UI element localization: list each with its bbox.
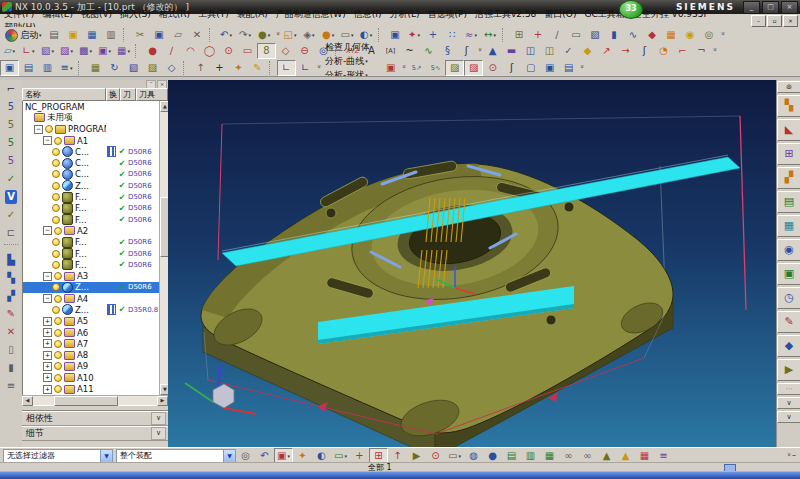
copy-icon[interactable]: ▣: [150, 27, 169, 43]
color-pen-icon[interactable]: ✎: [777, 311, 800, 333]
tree-expander[interactable]: −: [43, 294, 52, 303]
operation-row[interactable]: F...✔D50R6: [23, 214, 161, 225]
snap-plus-icon[interactable]: +: [350, 448, 369, 463]
polygon-icon[interactable]: ◇: [276, 43, 295, 59]
extrude-icon[interactable]: ▧: [586, 27, 605, 43]
pattern-feature-icon[interactable]: ▦: [662, 27, 681, 43]
table-icon[interactable]: ▦: [635, 448, 654, 463]
law-curve-icon[interactable]: ʃ: [457, 43, 476, 59]
deviation-check-icon[interactable]: ✓: [559, 43, 578, 59]
filter-list-icon[interactable]: ≡▾: [57, 60, 76, 76]
select-scope-icon[interactable]: ▣: [0, 60, 19, 76]
cube-corner-icon[interactable]: ▩▾: [76, 43, 95, 59]
selection-scope-dropdown[interactable]: 整个装配 ▼: [116, 449, 236, 463]
tree-horizontal-scrollbar[interactable]: ◀ ▶: [22, 395, 168, 405]
csys-orient-icon[interactable]: ∟: [277, 60, 296, 76]
snap-sparkle-icon[interactable]: ✦: [293, 448, 312, 463]
visibility-lamp-icon[interactable]: [52, 216, 60, 224]
feed-rate-icon[interactable]: ⊙: [483, 60, 502, 76]
part-block-icon[interactable]: ▮: [0, 359, 22, 377]
visibility-lamp-icon[interactable]: [52, 283, 60, 291]
link-a-icon[interactable]: ∞: [559, 448, 578, 463]
wave-link-icon[interactable]: ≈▾: [462, 27, 481, 43]
mdi-minimize-button[interactable]: –: [751, 15, 766, 27]
undo-icon[interactable]: ↶▾: [217, 27, 236, 43]
line-icon[interactable]: ∕: [548, 27, 567, 43]
visibility-lamp-icon[interactable]: [52, 238, 60, 246]
snap-options-icon[interactable]: ▭▾: [331, 448, 350, 463]
dots-more-icon[interactable]: ⋯: [777, 383, 800, 395]
new-file-icon[interactable]: ▤: [45, 27, 64, 43]
visibility-lamp-icon[interactable]: [52, 261, 60, 269]
selbar-overflow[interactable]: »–: [785, 451, 796, 460]
tree-expander[interactable]: −: [43, 272, 52, 281]
menu-item-11[interactable]: 浩强工具v2.58: [471, 9, 540, 19]
refresh-region-icon[interactable]: ▤: [559, 60, 578, 76]
studio-spline-icon[interactable]: ∿: [419, 43, 438, 59]
program-group-row[interactable]: 未用项: [23, 112, 161, 123]
tree-expander[interactable]: +: [43, 328, 52, 337]
scroll-down-icon[interactable]: ∨: [777, 397, 800, 409]
assembly-constraints-icon[interactable]: ✦▾: [405, 27, 424, 43]
snap-center-icon[interactable]: ⊙: [426, 448, 445, 463]
hand-adjust-icon[interactable]: ▶: [777, 359, 800, 381]
visibility-lamp-icon[interactable]: [54, 340, 62, 348]
visibility-lamp-icon[interactable]: [54, 374, 62, 382]
helix-icon[interactable]: §: [438, 43, 457, 59]
details-section[interactable]: 细节 ∨: [22, 426, 168, 441]
datum-tag-icon[interactable]: ◆: [643, 27, 662, 43]
grid-icon[interactable]: ▨: [143, 60, 162, 76]
snap-globe-icon[interactable]: ◍: [464, 448, 483, 463]
pattern-component-icon[interactable]: ∷: [443, 27, 462, 43]
tree-expander[interactable]: +: [43, 373, 52, 382]
operation-row[interactable]: Z...✔D50R6: [23, 282, 161, 293]
layers-icon[interactable]: ▧: [124, 60, 143, 76]
snap-sparkle-icon[interactable]: ✦: [229, 60, 248, 76]
datum-point-icon[interactable]: ▣▾: [95, 43, 114, 59]
snap-dashed-rect-icon[interactable]: ▭▾: [445, 448, 464, 463]
assembly-load-icon[interactable]: ▣: [386, 27, 405, 43]
select-region-icon[interactable]: ▢: [521, 60, 540, 76]
part-tool-icon[interactable]: ◆: [777, 335, 800, 357]
highlight-lines-icon[interactable]: ◆: [578, 43, 597, 59]
stud-icon[interactable]: 8: [257, 43, 276, 59]
tool-preset-icon[interactable]: ▚: [777, 95, 800, 117]
cut-icon[interactable]: ✂: [131, 27, 150, 43]
operation-row[interactable]: F...✔D50R6: [23, 259, 161, 270]
column-name[interactable]: 名称: [22, 88, 106, 101]
stack-icon[interactable]: ≡: [654, 448, 673, 463]
scroll-down2-icon[interactable]: ∨: [777, 411, 800, 423]
visibility-lamp-icon[interactable]: [54, 317, 62, 325]
create-geometry-icon[interactable]: 5: [0, 134, 22, 152]
electrode-icon[interactable]: ⊞: [777, 143, 800, 165]
program-group-row[interactable]: +A6: [23, 327, 161, 338]
snap-hand-icon[interactable]: ▶: [407, 448, 426, 463]
draft-analysis-icon[interactable]: ▲: [483, 43, 502, 59]
operation-row[interactable]: C...✔D50R6: [23, 146, 161, 157]
selection-filter-dropdown[interactable]: 无选择过滤器 ▼: [3, 449, 113, 463]
operation-row[interactable]: F...✔D50R6: [23, 203, 161, 214]
export-doc-icon[interactable]: ▣: [777, 263, 800, 285]
create-program-icon[interactable]: 5: [0, 98, 22, 116]
gouge-check-icon[interactable]: ▨: [445, 60, 464, 76]
curve-feed-icon[interactable]: ʃ: [502, 60, 521, 76]
mdi-restore-button[interactable]: ▫: [767, 15, 782, 27]
rectangle-tool-icon[interactable]: ▭: [567, 27, 586, 43]
operation-row[interactable]: C...✔D50R6: [23, 157, 161, 168]
operation-row[interactable]: Z...✔D50R6: [23, 180, 161, 191]
toolbar-overflow-icon[interactable]: »: [578, 64, 586, 71]
tree-vertical-scrollbar[interactable]: ▲ ▼: [159, 101, 168, 395]
scroll-left-button[interactable]: ◀: [22, 396, 33, 406]
link-b-icon[interactable]: ∞: [578, 448, 597, 463]
point-sphere-icon[interactable]: ●: [143, 43, 162, 59]
shell-icon[interactable]: ◎: [700, 27, 719, 43]
measure-distance-icon[interactable]: ↔▾: [481, 27, 500, 43]
select-back-icon[interactable]: ↶: [255, 448, 274, 463]
mold-split-icon[interactable]: ◣: [777, 119, 800, 141]
generate-toolpath-icon[interactable]: 5↗: [407, 60, 426, 76]
graphics-viewport[interactable]: [168, 80, 776, 447]
visibility-lamp-icon[interactable]: [52, 159, 60, 167]
visibility-lamp-icon[interactable]: [52, 170, 60, 178]
command-finder-icon[interactable]: ●▾: [255, 27, 274, 43]
datum-plane-icon[interactable]: ▱▾: [0, 43, 19, 59]
